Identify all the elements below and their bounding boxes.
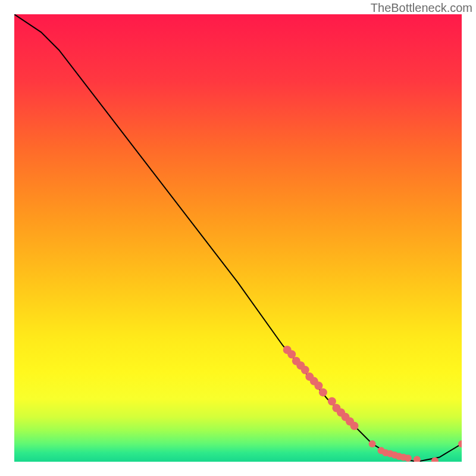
data-point: [350, 422, 359, 430]
watermark-text: TheBottleneck.com: [371, 1, 472, 15]
data-point: [319, 388, 327, 396]
gradient-background: [14, 14, 462, 462]
data-point: [405, 455, 412, 462]
data-point: [369, 440, 376, 447]
chart-container: [14, 14, 462, 462]
chart-svg: [14, 14, 462, 462]
